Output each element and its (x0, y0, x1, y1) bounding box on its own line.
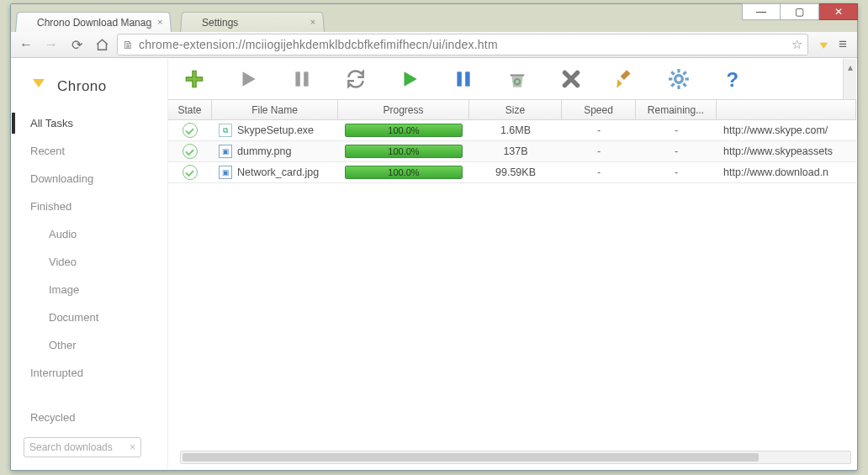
url-text: chrome-extension://mciiogijehkdemklbdcbf… (139, 38, 786, 51)
search-input[interactable]: Search downloads × (24, 437, 141, 457)
chrome-favicon-icon (21, 16, 35, 29)
state-cell (168, 123, 212, 138)
remaining-cell: - (636, 166, 717, 178)
remaining-cell: - (636, 124, 717, 136)
progress-cell: 100.0% (338, 166, 469, 179)
search-placeholder: Search downloads (29, 441, 113, 453)
speed-cell: - (562, 166, 636, 178)
recycle-button[interactable] (505, 66, 530, 92)
sidebar-item-document[interactable]: Document (12, 303, 167, 331)
svg-line-11 (683, 83, 685, 86)
sidebar-item-all-tasks[interactable]: All Tasks (12, 109, 167, 137)
tab-settings[interactable]: Settings × (180, 12, 325, 32)
app-logo: Chrono (12, 72, 167, 109)
speed-cell: - (562, 124, 636, 136)
file-name: SkypeSetup.exe (237, 124, 314, 136)
file-name: dummy.png (237, 145, 291, 157)
svg-point-5 (675, 76, 683, 83)
size-cell: 137B (469, 145, 562, 157)
exe-file-icon: ⧉ (219, 124, 232, 137)
horizontal-scrollbar[interactable] (180, 451, 851, 464)
pause-button[interactable] (289, 66, 315, 92)
url-cell: http://www.skype.com/ (717, 124, 856, 136)
url-cell: http://www.download.n (717, 166, 856, 178)
col-state[interactable]: State (168, 100, 212, 119)
minimize-button[interactable]: — (742, 3, 781, 20)
vertical-scrollbar[interactable]: ▴ (843, 59, 856, 99)
svg-rect-1 (304, 71, 308, 86)
col-progress[interactable]: Progress (338, 100, 469, 119)
close-tab-icon[interactable]: × (308, 17, 319, 27)
file-name: Network_card.jpg (237, 166, 319, 178)
image-file-icon: ▣ (219, 145, 232, 158)
col-size[interactable]: Size (469, 100, 562, 119)
state-cell (168, 144, 212, 159)
back-button[interactable]: ← (16, 34, 36, 55)
bookmark-star-icon[interactable]: ☆ (791, 37, 802, 52)
state-cell (168, 165, 212, 180)
home-button[interactable] (92, 34, 112, 55)
sidebar-item-image[interactable]: Image (12, 276, 167, 303)
close-tab-icon[interactable]: × (155, 17, 166, 27)
svg-line-13 (683, 71, 685, 74)
chrono-extension-icon[interactable] (813, 37, 828, 52)
table-header: State File Name Progress Size Speed Rema… (168, 100, 856, 120)
sidebar-item-recycled[interactable]: Recycled (12, 404, 167, 431)
col-file[interactable]: File Name (212, 100, 338, 119)
tab-title: Chrono Download Manag (37, 17, 152, 29)
tab-chrono[interactable]: Chrono Download Manag × (15, 12, 172, 32)
add-button[interactable] (182, 66, 207, 92)
sweep-button[interactable] (612, 66, 638, 92)
sidebar-item-finished[interactable]: Finished (12, 193, 167, 220)
progress-bar: 100.0% (345, 124, 463, 137)
start-button[interactable] (236, 66, 261, 92)
sidebar-item-recent[interactable]: Recent (12, 137, 167, 165)
help-button[interactable]: ? (720, 66, 745, 92)
progress-cell: 100.0% (338, 124, 469, 137)
table-row[interactable]: ▣dummy.png100.0%137B--http://www.skypeas… (168, 141, 856, 162)
col-remaining[interactable]: Remaining... (636, 100, 717, 119)
sidebar: Chrono All TasksRecentDownloadingFinishe… (12, 59, 168, 469)
pause-all-button[interactable] (451, 66, 476, 92)
browser-window: — ▢ ✕ Chrono Download Manag × Settings ×… (10, 3, 858, 471)
tab-title: Settings (202, 17, 239, 29)
reload-button[interactable]: ⟳ (66, 34, 87, 55)
sidebar-item-downloading[interactable]: Downloading (12, 165, 167, 193)
svg-rect-3 (465, 71, 469, 86)
table-body: ⧉SkypeSetup.exe100.0%1.6MB--http://www.s… (168, 120, 856, 183)
url-cell: http://www.skypeassets (717, 145, 856, 157)
remaining-cell: - (636, 145, 717, 157)
forward-button[interactable]: → (41, 34, 61, 55)
file-cell: ⧉SkypeSetup.exe (212, 124, 338, 137)
restart-button[interactable] (343, 66, 368, 92)
close-window-button[interactable]: ✕ (819, 3, 858, 20)
complete-check-icon (183, 165, 198, 180)
clear-search-icon[interactable]: × (130, 441, 135, 453)
table-row[interactable]: ⧉SkypeSetup.exe100.0%1.6MB--http://www.s… (168, 120, 856, 141)
gear-favicon-icon (186, 16, 200, 29)
maximize-button[interactable]: ▢ (781, 3, 819, 20)
image-file-icon: ▣ (219, 166, 232, 179)
delete-button[interactable] (558, 66, 584, 92)
sidebar-item-other[interactable]: Other (12, 331, 167, 359)
sidebar-item-video[interactable]: Video (12, 248, 167, 276)
table-row[interactable]: ▣Network_card.jpg100.0%99.59KB--http://w… (168, 162, 856, 183)
svg-rect-0 (295, 71, 299, 86)
browser-menu-button[interactable]: ≡ (834, 36, 852, 53)
progress-bar: 100.0% (345, 166, 463, 179)
page-icon: 🗎 (123, 39, 134, 51)
start-all-button[interactable] (397, 66, 422, 92)
svg-line-10 (671, 71, 674, 74)
sidebar-item-audio[interactable]: Audio (12, 220, 167, 248)
progress-bar: 100.0% (345, 145, 463, 158)
col-speed[interactable]: Speed (562, 100, 636, 119)
nav-toolbar: ← → ⟳ 🗎 chrome-extension://mciiogijehkde… (11, 32, 857, 58)
settings-button[interactable] (666, 66, 691, 92)
col-url[interactable] (717, 100, 856, 119)
svg-rect-2 (457, 71, 461, 86)
sidebar-item-interrupted[interactable]: Interrupted (12, 359, 167, 387)
main-panel: ? ▴ State File Name Progress Size Speed … (168, 59, 856, 469)
svg-text:?: ? (726, 68, 738, 90)
app-name: Chrono (57, 78, 107, 95)
address-bar[interactable]: 🗎 chrome-extension://mciiogijehkdemklbdc… (117, 34, 808, 55)
